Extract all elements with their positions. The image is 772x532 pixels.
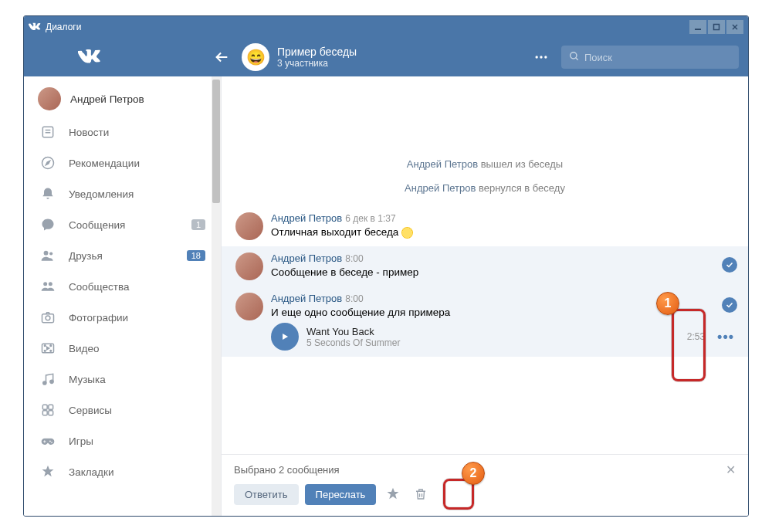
message-author[interactable]: Андрей Петров xyxy=(271,293,342,304)
play-button[interactable] xyxy=(271,323,299,351)
sidebar-item-services[interactable]: Сервисы xyxy=(24,395,221,425)
friends-icon xyxy=(39,247,56,264)
audio-more-button[interactable]: ••• xyxy=(717,329,734,345)
message-row[interactable]: Андрей Петров8:00 И еще одно сообщение д… xyxy=(222,286,748,357)
reply-button[interactable]: Ответить xyxy=(234,484,299,505)
nav-label: Игры xyxy=(69,435,205,447)
svg-point-23 xyxy=(44,351,46,352)
svg-point-20 xyxy=(46,316,50,320)
system-message: Андрей Петров вернулся в беседу xyxy=(222,182,748,194)
vk-logo-icon[interactable] xyxy=(78,46,101,69)
svg-rect-29 xyxy=(42,405,47,409)
message-selected-check-icon[interactable] xyxy=(722,257,737,273)
sidebar-item-communities[interactable]: Сообщества xyxy=(24,271,221,302)
games-icon xyxy=(39,432,56,449)
chat-subtitle: 3 участника xyxy=(277,58,357,69)
svg-point-17 xyxy=(43,282,47,286)
svg-marker-14 xyxy=(46,161,50,165)
camera-icon xyxy=(39,309,56,326)
sidebar-profile[interactable]: Андрей Петров xyxy=(24,81,221,117)
sidebar-item-news[interactable]: Новости xyxy=(24,117,221,147)
svg-rect-30 xyxy=(49,405,53,409)
message-author[interactable]: Андрей Петров xyxy=(271,252,342,264)
svg-point-6 xyxy=(540,56,542,58)
news-icon xyxy=(39,124,56,141)
chat-avatar[interactable]: 😄 xyxy=(242,43,269,71)
svg-marker-26 xyxy=(47,347,49,349)
svg-rect-31 xyxy=(42,411,47,415)
message-time: 8:00 xyxy=(345,293,363,304)
svg-rect-1 xyxy=(714,25,720,30)
selection-count: Выбрано 2 сообщения xyxy=(234,464,340,476)
svg-point-28 xyxy=(50,380,53,383)
svg-marker-33 xyxy=(283,334,288,340)
svg-point-24 xyxy=(50,345,52,347)
delete-button[interactable] xyxy=(410,483,432,505)
message-avatar[interactable] xyxy=(235,252,263,280)
nav-label: Видео xyxy=(69,343,205,354)
svg-point-5 xyxy=(536,56,538,58)
services-icon xyxy=(39,402,56,418)
message-text: Отличная выходит беседа xyxy=(271,226,734,239)
window-title: Диалоги xyxy=(46,22,689,32)
sidebar-item-bookmarks[interactable]: Закладки xyxy=(24,456,221,487)
system-message: Андрей Петров вышел из беседы xyxy=(222,158,748,170)
chat-title: Пример беседы xyxy=(277,46,357,59)
selection-close-button[interactable]: ✕ xyxy=(726,463,736,477)
message-text: И еще одно сообщение для примера xyxy=(271,307,734,318)
sidebar-item-recommendations[interactable]: Рекомендации xyxy=(24,147,221,178)
nav-label: Уведомления xyxy=(69,188,205,200)
profile-avatar xyxy=(38,87,61,110)
smile-emoji-icon xyxy=(401,227,413,239)
search-icon xyxy=(569,51,580,64)
sidebar-item-video[interactable]: Видео xyxy=(24,333,221,364)
svg-point-22 xyxy=(44,345,46,347)
sidebar-item-music[interactable]: Музыка xyxy=(24,364,221,395)
message-avatar[interactable] xyxy=(235,293,263,320)
nav-label: Рекомендации xyxy=(69,158,205,169)
audio-title: Want You Back xyxy=(306,326,400,337)
svg-point-15 xyxy=(44,251,49,256)
minimize-button[interactable] xyxy=(689,20,706,34)
svg-point-27 xyxy=(43,381,46,385)
sidebar-item-notifications[interactable]: Уведомления xyxy=(24,178,221,209)
svg-point-18 xyxy=(49,282,52,286)
svg-point-7 xyxy=(544,56,547,58)
svg-line-9 xyxy=(576,57,578,59)
music-icon xyxy=(39,371,56,388)
message-row[interactable]: Андрей Петров8:00 Сообщение в беседе - п… xyxy=(222,246,748,286)
search-placeholder: Поиск xyxy=(584,52,612,63)
nav-label: Новости xyxy=(69,127,205,138)
audio-artist: 5 Seconds Of Summer xyxy=(306,337,400,348)
message-time: 6 дек в 1:37 xyxy=(345,213,395,224)
message-author[interactable]: Андрей Петров xyxy=(271,212,342,224)
svg-point-25 xyxy=(50,351,52,352)
video-icon xyxy=(39,340,56,357)
sidebar-item-messages[interactable]: Сообщения 1 xyxy=(24,209,221,240)
sidebar-item-friends[interactable]: Друзья 18 xyxy=(24,240,221,271)
more-menu-button[interactable] xyxy=(529,45,554,69)
vk-mini-logo-icon xyxy=(29,21,41,33)
message-avatar[interactable] xyxy=(235,212,263,240)
selection-bar: Выбрано 2 сообщения ✕ Ответить Переслать xyxy=(222,454,748,516)
message-selected-check-icon[interactable] xyxy=(722,297,737,313)
titlebar: Диалоги xyxy=(24,16,748,38)
sidebar-item-games[interactable]: Игры xyxy=(24,425,221,456)
close-window-button[interactable] xyxy=(726,20,743,34)
sidebar-item-photos[interactable]: Фотографии xyxy=(24,302,221,333)
message-text: Сообщение в беседе - пример xyxy=(271,266,734,278)
topbar: 😄 Пример беседы 3 участника Поиск xyxy=(24,38,748,76)
nav-label: Сообщества xyxy=(69,281,205,293)
nav-label: Фотографии xyxy=(69,312,205,324)
audio-duration: 2:53 xyxy=(687,331,705,342)
chat-content: Андрей Петров вышел из беседы Андрей Пет… xyxy=(221,76,748,516)
nav-badge: 1 xyxy=(191,219,205,230)
maximize-button[interactable] xyxy=(708,20,725,34)
message-row[interactable]: Андрей Петров6 дек в 1:37 Отличная выход… xyxy=(222,206,748,246)
search-input[interactable]: Поиск xyxy=(561,46,739,69)
forward-button[interactable]: Переслать xyxy=(305,484,377,505)
favorite-button[interactable] xyxy=(382,483,404,505)
sidebar-scrollbar[interactable] xyxy=(212,76,221,516)
back-button[interactable] xyxy=(209,45,234,69)
audio-attachment[interactable]: Want You Back 5 Seconds Of Summer 2:53 •… xyxy=(271,323,734,351)
